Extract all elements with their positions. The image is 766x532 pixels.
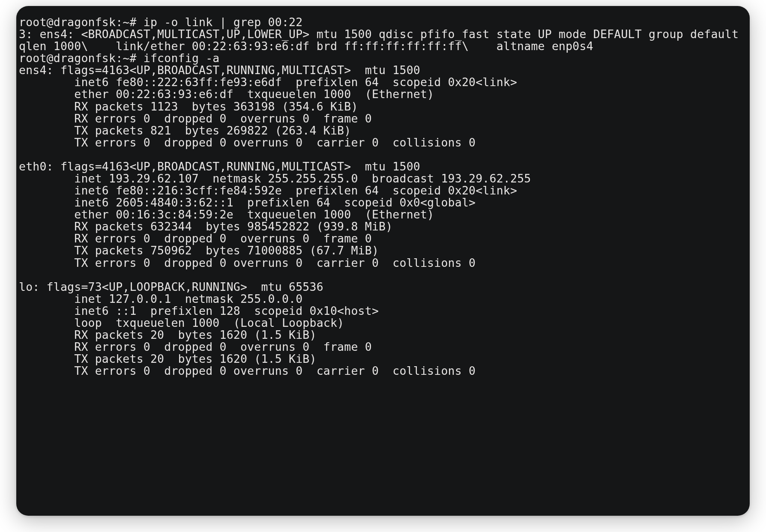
- iface-ens4-header: ens4: flags=4163<UP,BROADCAST,RUNNING,MU…: [19, 63, 420, 77]
- iface-ens4-line: inet6 fe80::222:63ff:fe93:e6df prefixlen…: [19, 75, 517, 89]
- cwd: ~: [123, 15, 129, 29]
- iface-lo-line: loop txqueuelen 1000 (Local Loopback): [19, 316, 344, 329]
- iface-ens4-line: RX errors 0 dropped 0 overruns 0 frame 0: [19, 112, 372, 125]
- iface-ens4-line: TX errors 0 dropped 0 overruns 0 carrier…: [19, 136, 476, 149]
- iface-eth0-line: TX errors 0 dropped 0 overruns 0 carrier…: [19, 256, 476, 269]
- iface-eth0-line: RX packets 632344 bytes 985452822 (939.8…: [19, 220, 392, 233]
- iface-eth0-line: inet6 2605:4840:3:62::1 prefixlen 64 sco…: [19, 196, 476, 209]
- iface-ens4-line: ether 00:22:63:93:e6:df txqueuelen 1000 …: [19, 87, 434, 101]
- iface-eth0-line: ether 00:16:3c:84:59:2e txqueuelen 1000 …: [19, 208, 434, 221]
- iface-eth0-header: eth0: flags=4163<UP,BROADCAST,RUNNING,MU…: [19, 160, 420, 173]
- host: root@dragonfsk: [19, 51, 116, 65]
- terminal-output[interactable]: root@dragonfsk:~# ip -o link | grep 00:2…: [19, 16, 747, 377]
- iface-eth0-line: RX errors 0 dropped 0 overruns 0 frame 0: [19, 232, 372, 245]
- terminal-window[interactable]: root@dragonfsk:~# ip -o link | grep 00:2…: [16, 6, 750, 516]
- host: root@dragonfsk: [19, 15, 116, 29]
- iface-lo-line: RX errors 0 dropped 0 overruns 0 frame 0: [19, 340, 372, 353]
- command-input[interactable]: ip -o link | grep 00:22: [144, 15, 303, 29]
- iface-lo-line: RX packets 20 bytes 1620 (1.5 KiB): [19, 328, 317, 341]
- iface-lo-line: inet6 ::1 prefixlen 128 scopeid 0x10<hos…: [19, 304, 379, 317]
- iface-lo-header: lo: flags=73<UP,LOOPBACK,RUNNING> mtu 65…: [19, 280, 323, 293]
- iface-lo-line: TX packets 20 bytes 1620 (1.5 KiB): [19, 352, 317, 365]
- command-input[interactable]: ifconfig -a: [144, 51, 220, 65]
- iface-eth0-line: TX packets 750962 bytes 71000885 (67.7 M…: [19, 244, 379, 257]
- shell-prompt: root@dragonfsk:~#: [19, 51, 144, 65]
- iface-eth0-line: inet 193.29.62.107 netmask 255.255.255.0…: [19, 172, 531, 185]
- iface-lo-line: inet 127.0.0.1 netmask 255.0.0.0: [19, 292, 302, 305]
- iface-eth0-line: inet6 fe80::216:3cff:fe84:592e prefixlen…: [19, 184, 517, 197]
- cwd: ~: [123, 51, 129, 65]
- iface-lo-line: TX errors 0 dropped 0 overruns 0 carrier…: [19, 364, 476, 377]
- cmd1-output: 3: ens4: <BROADCAST,MULTICAST,UP,LOWER_U…: [19, 27, 745, 53]
- iface-ens4-line: RX packets 1123 bytes 363198 (354.6 KiB): [19, 100, 358, 113]
- shell-prompt: root@dragonfsk:~#: [19, 15, 144, 29]
- iface-ens4-line: TX packets 821 bytes 269822 (263.4 KiB): [19, 124, 351, 137]
- prompt-char: #: [129, 15, 136, 29]
- prompt-char: #: [129, 51, 136, 65]
